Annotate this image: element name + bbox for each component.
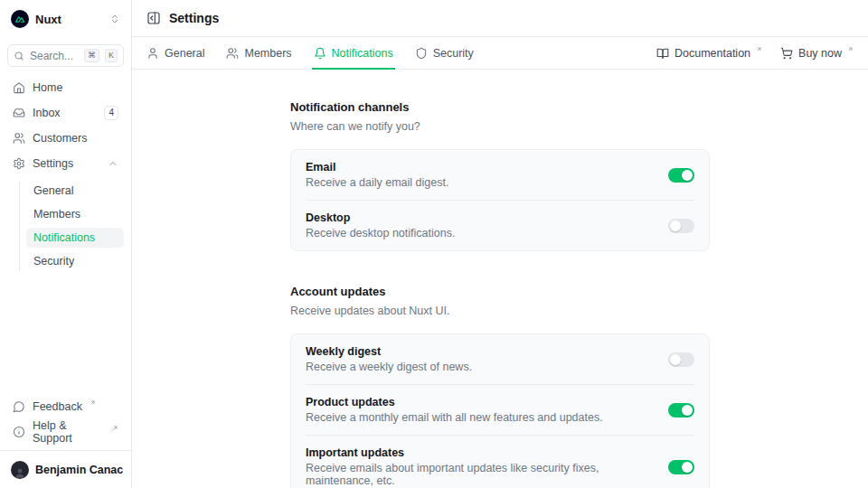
sidebar-item-settings[interactable]: Settings	[7, 153, 124, 174]
section-subtitle: Where can we notify you?	[290, 120, 710, 133]
external-link-icon	[90, 399, 96, 406]
inbox-icon	[13, 107, 25, 119]
workspace-switcher[interactable]: Nuxt	[7, 7, 124, 31]
sidebar-item-general[interactable]: General	[26, 181, 124, 201]
header-links: Documentation Buy now	[656, 37, 854, 69]
section-subtitle: Receive updates about Nuxt UI.	[290, 305, 710, 317]
setting-text: Email Receive a daily email digest.	[306, 161, 448, 189]
tab-label: Members	[244, 47, 291, 60]
setting-description: Receive a monthly email with all new fea…	[306, 411, 603, 424]
page-title: Settings	[169, 11, 219, 25]
nuxt-logo-icon	[11, 10, 29, 28]
settings-content: Notification channels Where can we notif…	[132, 70, 868, 488]
sidebar-item-help-support[interactable]: Help & Support	[7, 421, 124, 442]
settings-card: Weekly digest Receive a weekly digest of…	[290, 333, 710, 488]
sidebar-item-label: Feedback	[33, 400, 82, 413]
buy-now-link[interactable]: Buy now	[780, 47, 854, 60]
setting-label: Weekly digest	[306, 345, 472, 358]
section-title: Account updates	[290, 285, 710, 298]
important-updates-toggle[interactable]	[668, 460, 694, 474]
settings-card: Email Receive a daily email digest. Desk…	[290, 149, 710, 251]
search-icon	[14, 51, 24, 61]
sidebar-item-label: Home	[33, 81, 62, 94]
search-placeholder: Search...	[30, 50, 79, 62]
workspace-name: Nuxt	[35, 13, 103, 26]
sidebar: Nuxt Search... ⌘ K Home	[0, 0, 132, 488]
sidebar-item-label: Help & Support	[33, 419, 105, 445]
user-icon	[146, 47, 159, 60]
setting-text: Important updates Receive emails about i…	[306, 446, 654, 487]
cart-icon	[780, 47, 793, 60]
section-account-updates: Account updates Receive updates about Nu…	[290, 285, 710, 488]
link-label: Buy now	[798, 47, 842, 60]
sidebar-footer-nav: Feedback Help & Support	[7, 396, 124, 442]
bell-icon	[314, 47, 326, 60]
main-panel: Settings General Members Notifications	[132, 0, 868, 488]
setting-row-desktop: Desktop Receive desktop notifications.	[306, 200, 694, 250]
sidebar-item-label: Notifications	[33, 231, 95, 244]
setting-row-product-updates: Product updates Receive a monthly email …	[306, 384, 694, 435]
search-input[interactable]: Search... ⌘ K	[7, 44, 124, 67]
gear-icon	[13, 157, 25, 170]
setting-label: Important updates	[306, 446, 654, 459]
tab-security[interactable]: Security	[415, 37, 474, 69]
setting-label: Product updates	[306, 396, 603, 408]
tab-general[interactable]: General	[146, 37, 204, 69]
user-name: Benjamin Canac	[35, 464, 123, 476]
sidebar-item-notifications[interactable]: Notifications	[26, 228, 124, 248]
chat-bubble-icon	[13, 400, 25, 413]
setting-row-weekly-digest: Weekly digest Receive a weekly digest of…	[306, 334, 694, 384]
tab-bar: General Members Notifications Security	[132, 37, 868, 70]
setting-text: Weekly digest Receive a weekly digest of…	[306, 345, 472, 373]
sidebar-item-label: Members	[33, 208, 80, 221]
tab-label: Security	[433, 47, 474, 60]
email-toggle[interactable]	[668, 168, 694, 183]
app-window: Nuxt Search... ⌘ K Home	[0, 0, 868, 488]
avatar	[11, 461, 29, 479]
setting-label: Desktop	[306, 211, 455, 224]
setting-description: Receive desktop notifications.	[306, 227, 455, 239]
sidebar-item-inbox[interactable]: Inbox 4	[7, 102, 124, 123]
chevron-up-icon	[108, 158, 118, 169]
section-title: Notification channels	[290, 100, 710, 114]
chevron-up-down-icon	[109, 14, 120, 24]
weekly-digest-toggle[interactable]	[668, 352, 694, 367]
user-menu[interactable]: Benjamin Canac	[7, 459, 124, 481]
setting-row-important-updates: Important updates Receive emails about i…	[306, 435, 694, 488]
kbd-k: K	[105, 49, 118, 62]
documentation-link[interactable]: Documentation	[656, 47, 762, 60]
sidebar-item-label: General	[33, 184, 73, 197]
users-icon	[13, 132, 25, 145]
sidebar-item-feedback[interactable]: Feedback	[7, 396, 124, 417]
sidebar-item-home[interactable]: Home	[7, 77, 124, 98]
tab-notifications[interactable]: Notifications	[314, 37, 393, 69]
setting-description: Receive emails about important updates l…	[306, 462, 654, 487]
sidebar-item-security[interactable]: Security	[26, 251, 124, 271]
link-label: Documentation	[675, 47, 750, 60]
external-link-icon	[112, 425, 118, 431]
info-circle-icon	[13, 426, 25, 438]
sidebar-item-label: Inbox	[33, 107, 61, 119]
sidebar-divider	[0, 450, 131, 451]
settings-sub-list: General Members Notifications Security	[19, 181, 124, 271]
users-icon	[226, 47, 239, 60]
sidebar-spacer	[7, 271, 124, 396]
setting-text: Product updates Receive a monthly email …	[306, 396, 603, 424]
external-link-icon	[847, 46, 854, 52]
setting-description: Receive a weekly digest of news.	[306, 361, 472, 373]
tab-label: Notifications	[332, 47, 393, 60]
main-header: Settings	[132, 0, 868, 37]
tab-label: General	[165, 47, 204, 60]
collapse-sidebar-button[interactable]	[146, 11, 161, 25]
desktop-toggle[interactable]	[668, 219, 694, 233]
tab-members[interactable]: Members	[226, 37, 291, 69]
setting-text: Desktop Receive desktop notifications.	[306, 211, 455, 239]
sidebar-item-label: Customers	[33, 132, 87, 145]
product-updates-toggle[interactable]	[668, 403, 694, 418]
section-notification-channels: Notification channels Where can we notif…	[290, 100, 710, 251]
setting-label: Email	[306, 161, 448, 174]
sidebar-item-members[interactable]: Members	[26, 204, 124, 224]
sidebar-item-customers[interactable]: Customers	[7, 127, 124, 148]
setting-row-email: Email Receive a daily email digest.	[306, 150, 694, 200]
sidebar-item-label: Settings	[33, 157, 73, 170]
